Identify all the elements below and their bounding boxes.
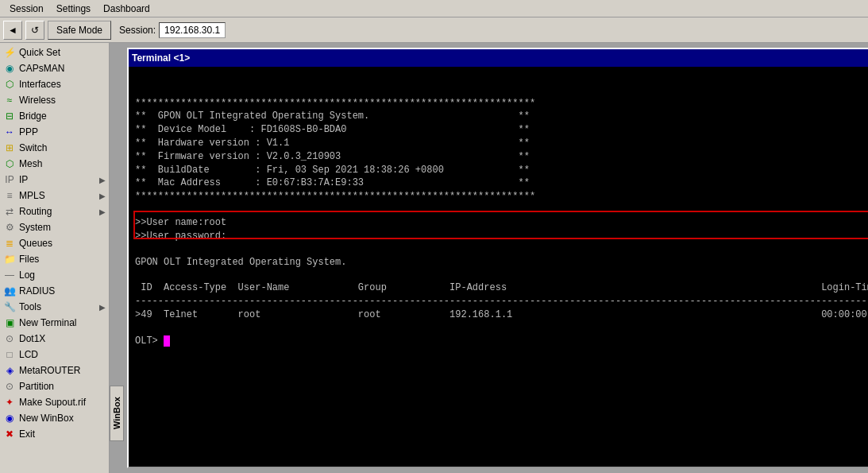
sidebar-label-wireless: Wireless (19, 95, 104, 106)
sidebar-icon-mesh: ⬡ (3, 157, 16, 170)
sidebar-item-ip[interactable]: IPIP▶ (0, 172, 109, 188)
sidebar: ⚡Quick Set◉CAPsMAN⬡Interfaces≈Wireless⊟B… (0, 43, 110, 473)
terminal-body: ****************************************… (129, 67, 868, 467)
sidebar-item-metarouter[interactable]: ◈MetaROUTER (0, 363, 109, 378)
terminal-line (135, 322, 868, 335)
terminal-line (135, 204, 868, 216)
terminal-content[interactable]: ****************************************… (129, 67, 868, 467)
sidebar-item-bridge[interactable]: ⊟Bridge (0, 108, 109, 124)
sidebar-label-dot1x: Dot1X (19, 333, 104, 344)
toolbar: ◄ ↺ Safe Mode Session: 192.168.30.1 (0, 17, 868, 43)
sidebar-item-lcd[interactable]: □LCD (0, 347, 109, 363)
sidebar-item-files[interactable]: 📁Files (0, 251, 109, 267)
sidebar-item-make-supout.rif[interactable]: ✦Make Supout.rif (0, 394, 109, 410)
winbox-label: WinBox (110, 386, 124, 441)
sidebar-item-capsman[interactable]: ◉CAPsMAN (0, 60, 109, 76)
sidebar-item-new-winbox[interactable]: ◉New WinBox (0, 410, 109, 426)
sidebar-item-exit[interactable]: ✖Exit (0, 426, 109, 442)
sidebar-item-mesh[interactable]: ⬡Mesh (0, 156, 109, 172)
sidebar-item-switch[interactable]: ⊞Switch (0, 140, 109, 156)
sidebar-icon-ppp: ↔ (3, 126, 16, 138)
terminal-line: >49 Telnet root root 192.168.1.1 00:00:0… (135, 308, 868, 322)
sidebar-icon-ip: IP (3, 173, 16, 186)
sidebar-label-interfaces: Interfaces (19, 79, 104, 90)
sidebar-item-routing[interactable]: ⇄Routing▶ (0, 204, 109, 219)
sidebar-item-mpls[interactable]: ≡MPLS▶ (0, 188, 109, 204)
sidebar-icon-bridge: ⊟ (3, 110, 16, 122)
sidebar-arrow-tools: ▶ (99, 303, 106, 312)
sidebar-icon-capsman: ◉ (3, 62, 16, 75)
terminal-line (135, 243, 868, 256)
terminal-window: Terminal <1> ▭ ✕ ***********************… (127, 48, 868, 468)
sidebar-item-quick-set[interactable]: ⚡Quick Set (0, 45, 109, 60)
sidebar-item-queues[interactable]: ≣Queues (0, 235, 109, 251)
safe-mode-button[interactable]: Safe Mode (48, 21, 111, 40)
sidebar-icon-exit: ✖ (3, 428, 16, 440)
terminal-line: ****************************************… (135, 190, 868, 204)
sidebar-item-wireless[interactable]: ≈Wireless (0, 92, 109, 108)
sidebar-icon-make-supout.rif: ✦ (3, 396, 16, 409)
sidebar-item-dot1x[interactable]: ⊙Dot1X (0, 331, 109, 347)
sidebar-icon-log: — (3, 269, 16, 281)
sidebar-label-switch: Switch (19, 142, 104, 153)
sidebar-label-mesh: Mesh (19, 158, 104, 169)
sidebar-item-partition[interactable]: ⊙Partition (0, 378, 109, 394)
session-ip: 192.168.30.1 (159, 22, 226, 38)
sidebar-label-mpls: MPLS (19, 190, 104, 201)
sidebar-icon-routing: ⇄ (3, 205, 16, 218)
sidebar-icon-switch: ⊞ (3, 142, 16, 154)
sidebar-icon-system: ⚙ (3, 221, 16, 234)
sidebar-item-tools[interactable]: 🔧Tools▶ (0, 299, 109, 315)
terminal-line: ** BuildDate : Fri, 03 Sep 2021 18:38:26… (135, 164, 868, 177)
sidebar-icon-radius: 👥 (3, 285, 16, 297)
terminal-line: ** Hardware version : V1.1 ** (135, 137, 868, 150)
sidebar-label-capsman: CAPsMAN (19, 63, 104, 74)
terminal-line: >>User name:root (135, 216, 868, 230)
sidebar-arrow-ip: ▶ (99, 176, 106, 184)
terminal-line: ****************************************… (135, 97, 868, 110)
terminal-title: Terminal <1> (132, 52, 190, 64)
sidebar-item-log[interactable]: —Log (0, 267, 109, 283)
terminal-cursor (164, 335, 170, 347)
terminal-line: ** Device Model : FD1608S-B0-BDA0 ** (135, 123, 868, 137)
menu-dashboard[interactable]: Dashboard (97, 2, 156, 16)
terminal-line: ** GPON OLT Integrated Operating System.… (135, 110, 868, 123)
sidebar-icon-lcd: □ (3, 348, 16, 361)
content-area: WinBox Terminal <1> ▭ ✕ ****************… (110, 43, 868, 473)
menu-session[interactable]: Session (3, 2, 50, 16)
sidebar-label-routing: Routing (19, 206, 104, 217)
menu-settings[interactable]: Settings (50, 2, 97, 16)
sidebar-icon-files: 📁 (3, 253, 16, 266)
menu-bar: Session Settings Dashboard (0, 0, 868, 17)
terminal-line (135, 269, 868, 281)
sidebar-label-ip: IP (19, 174, 104, 185)
sidebar-label-make-supout.rif: Make Supout.rif (19, 397, 104, 408)
sidebar-label-exit: Exit (19, 428, 104, 440)
sidebar-label-quick-set: Quick Set (19, 47, 104, 58)
terminal-titlebar: Terminal <1> ▭ ✕ (129, 49, 868, 67)
sidebar-label-queues: Queues (19, 238, 104, 249)
terminal-line: ** Firmware version : V2.0.3_210903 ** (135, 150, 868, 164)
sidebar-label-new-winbox: New WinBox (19, 413, 104, 424)
sidebar-label-tools: Tools (19, 301, 104, 312)
sidebar-item-ppp[interactable]: ↔PPP (0, 124, 109, 140)
sidebar-label-files: Files (19, 254, 104, 265)
main-layout: ⚡Quick Set◉CAPsMAN⬡Interfaces≈Wireless⊟B… (0, 43, 868, 473)
sidebar-icon-new-winbox: ◉ (3, 412, 16, 425)
terminal-line: >>User password: (135, 230, 868, 243)
sidebar-label-partition: Partition (19, 381, 104, 392)
sidebar-icon-dot1x: ⊙ (3, 332, 16, 345)
session-label: Session: (119, 25, 156, 36)
sidebar-item-interfaces[interactable]: ⬡Interfaces (0, 76, 109, 92)
sidebar-arrow-routing: ▶ (99, 207, 106, 216)
sidebar-icon-new-terminal: ▣ (3, 316, 16, 329)
back-button[interactable]: ◄ (3, 21, 22, 40)
terminal-line: GPON OLT Integrated Operating System. (135, 256, 868, 269)
terminal-line: ID Access-Type User-Name Group IP-Addres… (135, 281, 868, 295)
refresh-button[interactable]: ↺ (25, 21, 44, 40)
sidebar-arrow-mpls: ▶ (99, 192, 106, 200)
terminal-line: ----------------------------------------… (135, 295, 868, 308)
sidebar-item-system[interactable]: ⚙System (0, 219, 109, 235)
sidebar-item-new-terminal[interactable]: ▣New Terminal (0, 315, 109, 331)
sidebar-item-radius[interactable]: 👥RADIUS (0, 283, 109, 299)
